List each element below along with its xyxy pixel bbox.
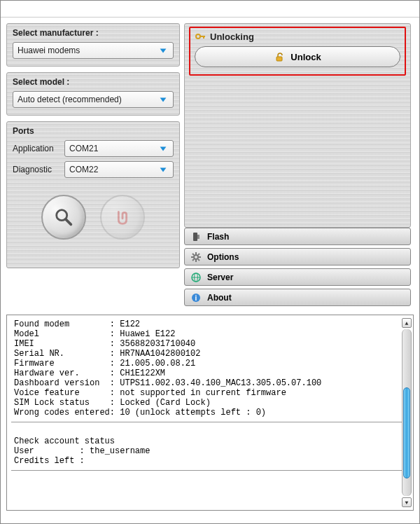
dropdown-arrow-icon xyxy=(158,45,169,56)
log-imei-value: 356882031710040 xyxy=(120,339,195,349)
log-scrollbar[interactable]: ▲ ▼ xyxy=(402,318,412,507)
model-group: Select model : Auto detect (recommended) xyxy=(6,72,180,116)
manufacturer-dropdown[interactable]: Huawei modems xyxy=(13,42,174,59)
nav-options-label: Options xyxy=(207,252,239,262)
info-icon: i xyxy=(190,292,202,303)
unlocking-header: Unlocking xyxy=(210,32,254,42)
log-dashboard-value: UTPS11.002.03.40.100_MAC13.305.05.07.100 xyxy=(120,378,321,388)
application-port-label: Application xyxy=(13,144,64,153)
magnifier-icon xyxy=(53,207,74,228)
model-label: Select model : xyxy=(13,77,174,87)
scroll-track[interactable] xyxy=(402,329,412,496)
svg-marker-2 xyxy=(160,146,167,151)
gear-icon xyxy=(190,251,202,263)
log-simlock-label: SIM Lock status xyxy=(14,398,90,408)
log-found-modem-value: E122 xyxy=(120,319,140,329)
log-firmware-label: Firmware xyxy=(14,359,55,368)
model-value: Auto detect (recommended) xyxy=(18,95,158,104)
svg-marker-3 xyxy=(160,167,167,172)
manufacturer-value: Huawei modems xyxy=(18,46,158,55)
manufacturer-group: Select manufacturer : Huawei modems xyxy=(6,23,180,67)
key-icon xyxy=(195,31,206,42)
svg-point-6 xyxy=(196,34,200,39)
svg-line-20 xyxy=(198,254,200,255)
log-separator xyxy=(11,422,410,422)
log-firmware-value: 21.005.00.08.21 xyxy=(120,359,195,368)
scroll-down-arrow[interactable]: ▼ xyxy=(402,497,412,507)
application-port-dropdown[interactable]: COM21 xyxy=(64,140,174,157)
nav-about[interactable]: i About xyxy=(184,289,411,306)
log-model-label: Model xyxy=(14,329,39,339)
manufacturer-label: Select manufacturer : xyxy=(13,28,174,38)
ports-group: Ports Application COM21 Diagnostic COM22 xyxy=(6,121,180,268)
scroll-up-arrow[interactable]: ▲ xyxy=(402,318,412,328)
log-simlock-value: Locked (Card Lock) xyxy=(120,398,211,408)
diagnostic-port-value: COM22 xyxy=(69,165,158,174)
padlock-open-icon xyxy=(274,51,285,62)
log-separator xyxy=(11,470,410,471)
log-serial-value: HR7NAA1042800102 xyxy=(120,349,200,359)
search-button[interactable] xyxy=(41,195,86,240)
log-found-modem-label: Found modem xyxy=(14,319,69,329)
nav-options[interactable]: Options xyxy=(184,248,411,266)
svg-marker-1 xyxy=(160,97,167,102)
log-wrongcodes-value: 10 (unlock attempts left : 0) xyxy=(120,408,266,418)
log-model-value: Huawei E122 xyxy=(120,329,175,339)
log-serial-label: Serial NR. xyxy=(14,349,64,359)
unlock-button-label: Unlock xyxy=(290,52,321,62)
log-user-value: the_username xyxy=(90,446,150,456)
svg-line-18 xyxy=(198,259,200,261)
log-credits-label: Credits left xyxy=(14,456,74,466)
stop-button xyxy=(100,195,145,240)
stop-hand-icon xyxy=(112,207,133,228)
scroll-thumb[interactable] xyxy=(403,387,410,478)
flash-icon xyxy=(190,231,202,242)
dropdown-arrow-icon xyxy=(158,143,169,154)
svg-line-19 xyxy=(192,259,194,261)
svg-point-12 xyxy=(194,255,198,259)
server-icon xyxy=(190,272,202,283)
application-port-value: COM21 xyxy=(69,144,158,153)
log-panel: Found modem : E122 Model : Huawei E122 I… xyxy=(6,315,414,511)
svg-rect-9 xyxy=(276,57,282,61)
diagnostic-port-dropdown[interactable]: COM22 xyxy=(64,161,174,178)
model-dropdown[interactable]: Auto detect (recommended) xyxy=(13,91,174,108)
nav-flash[interactable]: Flash xyxy=(184,228,411,245)
nav-server[interactable]: Server xyxy=(184,268,411,286)
log-wrongcodes-label: Wrong codes entered xyxy=(14,408,110,418)
title-bar xyxy=(1,1,419,18)
ports-label: Ports xyxy=(13,126,174,136)
nav-about-label: About xyxy=(207,293,232,303)
svg-marker-0 xyxy=(160,48,167,53)
nav-flash-label: Flash xyxy=(207,232,229,242)
svg-text:i: i xyxy=(195,294,197,302)
unlocking-panel: Unlocking Unlock xyxy=(184,23,411,228)
log-voice-value: not supported in current firmware xyxy=(120,388,286,398)
unlock-highlight: Unlocking Unlock xyxy=(189,27,406,76)
diagnostic-port-label: Diagnostic xyxy=(13,165,64,174)
svg-line-5 xyxy=(66,219,71,225)
log-user-label: User xyxy=(14,446,34,456)
log-check-account: Check account status xyxy=(14,436,115,446)
dropdown-arrow-icon xyxy=(158,94,169,105)
log-hardware-label: Hardware ver. xyxy=(14,368,80,378)
log-voice-label: Voice feature xyxy=(14,388,80,398)
svg-rect-10 xyxy=(193,233,197,241)
unlock-button[interactable]: Unlock xyxy=(195,46,400,67)
nav-server-label: Server xyxy=(207,273,233,282)
log-imei-label: IMEI xyxy=(14,339,34,349)
log-dashboard-label: Dashboard version xyxy=(14,378,99,388)
log-hardware-value: CH1E122XM xyxy=(120,368,165,378)
svg-rect-11 xyxy=(197,235,200,239)
svg-line-17 xyxy=(192,254,194,255)
dropdown-arrow-icon xyxy=(158,164,169,175)
